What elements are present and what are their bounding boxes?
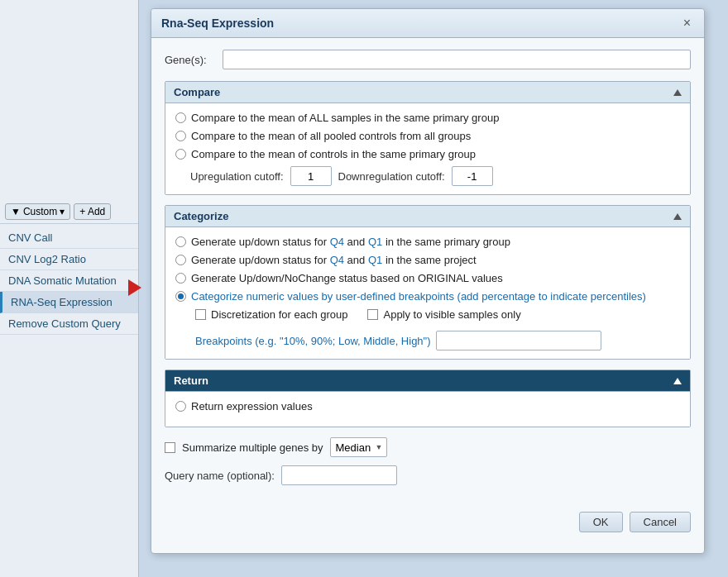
return-option-1-label: Return expression values xyxy=(191,400,313,412)
sidebar-item-label: DNA Somatic Mutation xyxy=(8,274,117,287)
return-collapse-icon xyxy=(673,378,682,384)
downregulation-input[interactable] xyxy=(452,166,493,186)
cat-option-1[interactable]: Generate up/down status for Q4 and Q1 in… xyxy=(175,236,680,248)
upregulation-label: Upregulation cutoff: xyxy=(190,170,284,183)
compare-option-3[interactable]: Compare to the mean of controls in the s… xyxy=(175,148,680,160)
sidebar-item-cnv-log2-ratio[interactable]: CNV Log2 Ratio xyxy=(0,249,138,270)
return-section: Return Return expression values xyxy=(165,370,691,427)
compare-option-1-label: Compare to the mean of ALL samples in th… xyxy=(191,112,499,124)
cat-option-2[interactable]: Generate up/down status for Q4 and Q1 in… xyxy=(175,254,680,266)
compare-option-2-label: Compare to the mean of all pooled contro… xyxy=(191,130,471,142)
categorize-section-title: Categorize xyxy=(174,210,228,222)
return-section-body: Return expression values xyxy=(165,392,690,427)
dialog: Rna-Seq Expression × Gene(s): Compare Co… xyxy=(151,8,705,554)
summarize-checkbox[interactable] xyxy=(165,442,175,453)
return-section-header[interactable]: Return xyxy=(165,370,690,392)
summarize-row: Summarize multiple genes by Median Mean … xyxy=(165,437,691,457)
downregulation-label: Downregulation cutoff: xyxy=(338,170,445,183)
genes-row: Gene(s): xyxy=(165,50,691,69)
compare-option-1[interactable]: Compare to the mean of ALL samples in th… xyxy=(175,112,680,124)
discretization-row[interactable]: Discretization for each group xyxy=(195,308,347,321)
filter-button[interactable]: ▼ Custom ▾ xyxy=(5,203,70,220)
sidebar-item-remove-custom-query[interactable]: Remove Custom Query xyxy=(0,313,138,335)
compare-section: Compare Compare to the mean of ALL sampl… xyxy=(165,81,691,195)
compare-section-body: Compare to the mean of ALL samples in th… xyxy=(165,103,690,194)
dialog-title: Rna-Seq Expression xyxy=(161,17,274,30)
filter-dropdown-icon: ▾ xyxy=(60,206,65,217)
radio-cat-4 xyxy=(175,291,186,302)
cutoff-row: Upregulation cutoff: Downregulation cuto… xyxy=(190,166,680,186)
cat-checkboxes: Discretization for each group Apply to v… xyxy=(195,308,680,326)
sidebar: ▼ Custom ▾ + Add CNV Call CNV Log2 Ratio… xyxy=(0,0,139,577)
query-name-input[interactable] xyxy=(281,465,397,485)
cancel-button[interactable]: Cancel xyxy=(630,512,691,532)
breakpoints-label: Breakpoints (e.g. "10%, 90%; Low, Middle… xyxy=(195,335,431,347)
filter-label: Custom xyxy=(23,206,57,217)
sidebar-item-label: Remove Custom Query xyxy=(8,317,121,330)
radio-cat-1 xyxy=(175,236,186,247)
dialog-close-button[interactable]: × xyxy=(680,16,694,31)
categorize-collapse-icon xyxy=(673,213,682,220)
filter-icon: ▼ xyxy=(11,206,21,217)
radio-2 xyxy=(175,131,186,141)
return-option-1[interactable]: Return expression values xyxy=(175,400,680,412)
cat-option-1-label: Generate up/down status for Q4 and Q1 in… xyxy=(191,236,510,248)
cat-option-3[interactable]: Generate Up/down/NoChange status based o… xyxy=(175,272,680,284)
query-name-row: Query name (optional): xyxy=(165,465,691,485)
sidebar-item-cnv-call[interactable]: CNV Call xyxy=(0,227,138,249)
ok-button[interactable]: OK xyxy=(579,512,623,532)
genes-label: Gene(s): xyxy=(165,54,223,66)
radio-return-1 xyxy=(175,401,186,412)
summarize-label: Summarize multiple genes by xyxy=(182,441,323,454)
radio-cat-3 xyxy=(175,273,186,284)
categorize-section-body: Generate up/down status for Q4 and Q1 in… xyxy=(165,227,690,359)
cat-option-4[interactable]: Categorize numeric values by user-define… xyxy=(175,290,680,303)
cat-option-4-label: Categorize numeric values by user-define… xyxy=(191,290,646,303)
cat-option-2-label: Generate up/down status for Q4 and Q1 in… xyxy=(191,254,477,266)
sidebar-item-label: CNV Log2 Ratio xyxy=(8,253,86,265)
cat-option-3-label: Generate Up/down/NoChange status based o… xyxy=(191,272,503,284)
dialog-body: Gene(s): Compare Compare to the mean of … xyxy=(151,38,704,505)
categorize-section: Categorize Generate up/down status for Q… xyxy=(165,205,691,360)
compare-section-title: Compare xyxy=(174,86,220,98)
dialog-titlebar: Rna-Seq Expression × xyxy=(151,9,704,38)
genes-input[interactable] xyxy=(223,50,691,69)
compare-option-3-label: Compare to the mean of controls in the s… xyxy=(191,148,476,160)
categorize-section-header[interactable]: Categorize xyxy=(165,206,690,227)
sidebar-item-dna-somatic-mutation[interactable]: DNA Somatic Mutation xyxy=(0,270,138,292)
radio-cat-2 xyxy=(175,255,186,265)
dialog-footer: OK Cancel xyxy=(151,505,704,544)
discretization-checkbox[interactable] xyxy=(195,309,206,320)
breakpoints-input[interactable] xyxy=(436,331,601,350)
upregulation-input[interactable] xyxy=(290,166,332,186)
sidebar-item-label: RNA-Seq Expression xyxy=(11,296,113,308)
compare-collapse-icon xyxy=(673,89,682,96)
summarize-select-wrapper: Median Mean Max Min xyxy=(330,437,387,457)
visible-samples-row[interactable]: Apply to visible samples only xyxy=(367,308,520,321)
radio-3 xyxy=(175,149,186,160)
breakpoints-row: Breakpoints (e.g. "10%, 90%; Low, Middle… xyxy=(195,331,680,350)
highlight-arrow xyxy=(128,279,141,296)
sidebar-item-rna-seq-expression[interactable]: RNA-Seq Expression xyxy=(0,292,138,313)
query-name-label: Query name (optional): xyxy=(165,470,275,482)
visible-samples-checkbox[interactable] xyxy=(367,309,378,320)
summarize-select[interactable]: Median Mean Max Min xyxy=(330,437,387,457)
compare-option-2[interactable]: Compare to the mean of all pooled contro… xyxy=(175,130,680,142)
discretization-label: Discretization for each group xyxy=(211,308,347,321)
add-label: + Add xyxy=(79,206,105,217)
visible-samples-label: Apply to visible samples only xyxy=(383,308,520,321)
radio-1 xyxy=(175,112,186,123)
compare-section-header[interactable]: Compare xyxy=(165,82,690,103)
sidebar-item-label: CNV Call xyxy=(8,231,52,244)
add-button[interactable]: + Add xyxy=(74,203,111,220)
sidebar-toolbar: ▼ Custom ▾ + Add xyxy=(0,200,138,224)
return-section-title: Return xyxy=(174,374,208,387)
